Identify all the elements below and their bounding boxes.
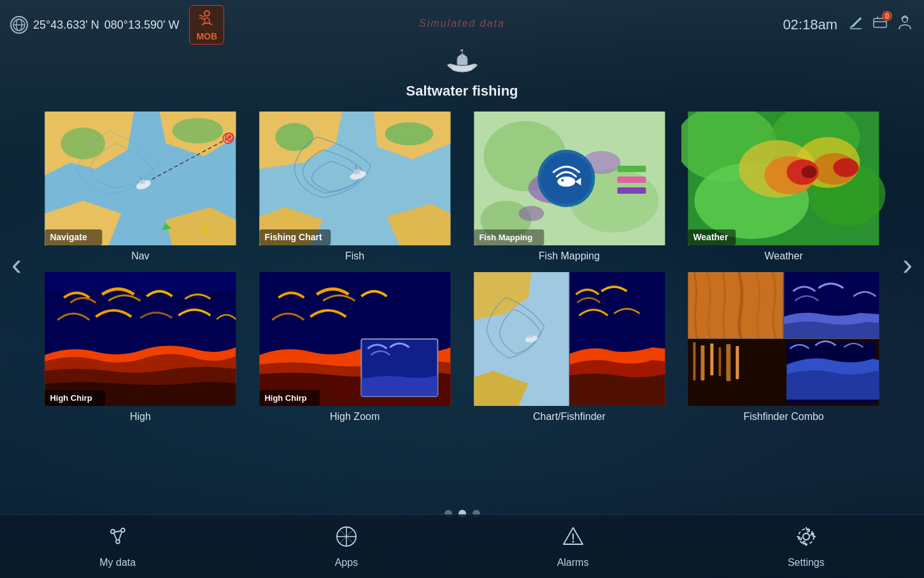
nav-item-my-data[interactable]: My data	[74, 520, 161, 574]
gps-info: 25°43.633' N 080°13.590' W	[10, 16, 179, 34]
header-icons: 0	[848, 14, 914, 36]
svg-point-104	[121, 528, 125, 532]
svg-rect-91	[688, 272, 784, 339]
app-grid: Navigate Nav	[38, 112, 886, 423]
app-card-fishfinder-combo[interactable]: Fishfinder Combo	[681, 272, 886, 423]
boat-icon	[443, 46, 481, 80]
app-thumb-nav: Navigate	[38, 112, 243, 245]
app-card-weather[interactable]: Weather Weather	[681, 112, 886, 262]
nav-label-settings: Settings	[788, 557, 825, 568]
svg-rect-56	[617, 177, 646, 183]
svg-point-54	[561, 179, 564, 182]
mob-button[interactable]: MOB	[189, 5, 224, 45]
svg-point-105	[116, 540, 120, 544]
app-label-nav: Nav	[131, 250, 149, 262]
mob-label: MOB	[196, 31, 217, 41]
app-thumb-fish: Fishing Chart	[253, 112, 457, 245]
svg-point-103	[111, 530, 115, 533]
gps-lat: 25°43.633' N	[33, 18, 99, 32]
svg-rect-55	[617, 166, 646, 172]
nav-label-alarms: Alarms	[557, 557, 589, 568]
app-thumb-high-zoom: High Chirp	[253, 272, 457, 406]
app-label-fish-mapping: Fish Mapping	[539, 250, 600, 262]
app-label-high-zoom: High Zoom	[330, 411, 380, 423]
svg-rect-96	[693, 342, 696, 380]
svg-rect-99	[719, 347, 721, 376]
nav-item-settings[interactable]: Settings	[762, 520, 850, 574]
waypoint-icon[interactable]: 0	[872, 15, 888, 35]
app-card-high[interactable]: High Chirp High	[38, 272, 243, 423]
section-title: Saltwater fishing	[406, 83, 518, 99]
user-icon[interactable]	[896, 14, 914, 36]
svg-point-26	[227, 135, 231, 139]
svg-text:Navigate: Navigate	[50, 232, 87, 242]
globe-icon	[10, 16, 28, 34]
app-thumb-weather: Weather	[681, 112, 886, 245]
svg-point-71	[802, 166, 817, 178]
svg-point-18	[172, 118, 223, 143]
svg-point-49	[518, 206, 544, 221]
graph-icon	[106, 525, 129, 553]
svg-line-108	[119, 532, 122, 540]
app-card-fish[interactable]: Fishing Chart Fish	[253, 112, 457, 262]
svg-point-118	[803, 533, 809, 540]
alarm-icon	[562, 525, 585, 553]
app-thumb-fish-mapping: Fish Mapping	[467, 112, 672, 245]
svg-text:High Chirp: High Chirp	[50, 393, 92, 403]
app-card-fish-mapping[interactable]: Fish Mapping Fish Mapping	[467, 112, 672, 262]
app-card-high-zoom[interactable]: High Chirp High Zoom	[253, 272, 457, 423]
svg-text:Fishing Chart: Fishing Chart	[264, 232, 322, 242]
svg-point-117	[799, 529, 814, 544]
app-label-weather: Weather	[765, 250, 803, 262]
app-label-fish: Fish	[345, 250, 364, 262]
app-thumb-fishfinder-combo	[681, 272, 886, 406]
svg-point-52	[557, 177, 575, 187]
header: 25°43.633' N 080°13.590' W MOB	[0, 0, 924, 50]
mob-icon	[198, 8, 216, 30]
app-thumb-high: High Chirp	[38, 272, 243, 406]
svg-rect-10	[457, 57, 467, 65]
nav-arrow-right[interactable]: ›	[897, 241, 918, 286]
app-card-chart-fishfinder[interactable]: Chart/Fishfinder	[467, 272, 672, 423]
header-right: 02:18am	[783, 14, 914, 36]
svg-rect-57	[617, 187, 646, 194]
nav-item-alarms[interactable]: Alarms	[532, 520, 615, 574]
nav-label-apps: Apps	[335, 557, 358, 568]
grid-icon	[335, 525, 358, 553]
svg-line-107	[114, 533, 117, 540]
svg-text:Weather: Weather	[693, 232, 729, 242]
nav-item-apps[interactable]: Apps	[309, 520, 383, 574]
svg-line-106	[115, 531, 121, 532]
app-label-chart-fishfinder: Chart/Fishfinder	[533, 411, 606, 423]
app-label-fishfinder-combo: Fishfinder Combo	[743, 411, 823, 423]
svg-point-3	[204, 11, 210, 16]
svg-text:High Chirp: High Chirp	[264, 393, 306, 403]
svg-point-70	[834, 158, 859, 177]
svg-point-9	[902, 17, 907, 22]
svg-rect-75	[45, 272, 236, 291]
svg-rect-101	[736, 346, 739, 379]
badge-count: 0	[882, 11, 892, 21]
header-left: 25°43.633' N 080°13.590' W MOB	[10, 5, 224, 45]
svg-rect-100	[727, 344, 731, 381]
app-card-nav[interactable]: Navigate Nav	[38, 112, 243, 262]
svg-point-115	[572, 540, 574, 542]
svg-rect-98	[711, 343, 714, 375]
svg-text:Fish Mapping: Fish Mapping	[479, 233, 532, 242]
svg-rect-97	[701, 345, 705, 380]
nav-arrow-left[interactable]: ‹	[6, 241, 27, 286]
svg-point-37	[385, 122, 433, 145]
nav-label-my-data: My data	[99, 557, 136, 568]
bottom-nav: My data Apps	[0, 514, 924, 578]
app-label-high: High	[130, 411, 151, 423]
gps-lon: 080°13.590' W	[104, 18, 180, 32]
clock-display: 02:18am	[783, 17, 837, 33]
app-thumb-chart-fishfinder	[467, 272, 672, 406]
section-header: Saltwater fishing	[406, 46, 518, 99]
svg-point-36	[275, 123, 313, 151]
pen-icon[interactable]	[848, 15, 864, 35]
gear-icon	[795, 525, 818, 553]
